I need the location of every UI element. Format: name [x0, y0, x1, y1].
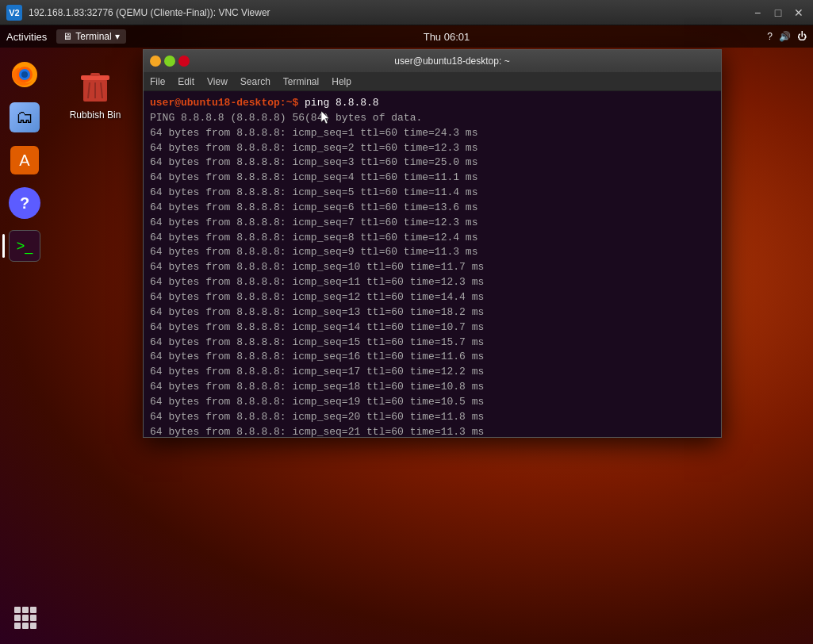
- vnc-title: 192.168.1.83:32776 (QEMU (Cliente-Final)…: [29, 7, 750, 18]
- terminal-close-button[interactable]: [178, 56, 190, 67]
- terminal-window: user@ubuntu18-desktop: ~ File Edit View …: [143, 49, 722, 438]
- dock-item-grid[interactable]: [6, 598, 44, 636]
- terminal-menubar: File Edit View Search Terminal Help: [144, 72, 721, 91]
- rubbish-bin-desktop-icon[interactable]: Rubbish Bin: [63, 65, 127, 121]
- ubuntu-topbar: Activities 🖥 Terminal ▾ Thu 06:01 ? 🔊 ⏻: [0, 25, 813, 48]
- appstore-icon: A: [10, 146, 39, 174]
- terminal-output-line: PING 8.8.8.8 (8.8.8.8) 56(84) bytes of d…: [150, 111, 715, 126]
- ubuntu-dock: 🗂 A ? >_: [0, 48, 49, 644]
- terminal-menu-label: Terminal: [75, 31, 111, 42]
- vnc-logo: V2: [6, 5, 22, 21]
- svg-rect-8: [22, 615, 29, 621]
- terminal-output-line: 64 bytes from 8.8.8.8: icmp_seq=1 ttl=60…: [150, 126, 715, 141]
- dock-item-firefox[interactable]: [6, 56, 44, 94]
- topbar-help-icon[interactable]: ?: [767, 31, 773, 42]
- terminal-prompt-line: user@ubuntu18-desktop:~$ ping 8.8.8.8: [150, 96, 715, 111]
- dock-item-terminal[interactable]: >_: [6, 227, 44, 265]
- vnc-maximize-button[interactable]: □: [770, 5, 786, 21]
- vnc-window: V2 192.168.1.83:32776 (QEMU (Cliente-Fin…: [0, 0, 813, 644]
- topbar-power-icon[interactable]: ⏻: [797, 31, 807, 42]
- rubbish-bin-label: Rubbish Bin: [70, 109, 121, 121]
- terminal-output-line: 64 bytes from 8.8.8.8: icmp_seq=11 ttl=6…: [150, 275, 715, 290]
- vnc-close-button[interactable]: ✕: [791, 5, 807, 21]
- terminal-output-line: 64 bytes from 8.8.8.8: icmp_seq=7 ttl=60…: [150, 216, 715, 231]
- terminal-output-line: 64 bytes from 8.8.8.8: icmp_seq=8 ttl=60…: [150, 231, 715, 246]
- terminal-output-line: 64 bytes from 8.8.8.8: icmp_seq=6 ttl=60…: [150, 201, 715, 216]
- svg-rect-15: [90, 73, 100, 76]
- svg-rect-5: [22, 607, 29, 613]
- terminal-dock-icon: >_: [9, 230, 40, 262]
- dock-item-files[interactable]: 🗂: [6, 98, 44, 136]
- terminal-output-line: 64 bytes from 8.8.8.8: icmp_seq=15 ttl=6…: [150, 335, 715, 351]
- svg-point-3: [21, 71, 28, 78]
- terminal-menu-edit[interactable]: Edit: [178, 76, 194, 87]
- rubbish-bin-icon: [75, 65, 116, 106]
- terminal-content-area[interactable]: user@ubuntu18-desktop:~$ ping 8.8.8.8PIN…: [144, 91, 721, 437]
- firefox-icon: [9, 59, 40, 90]
- svg-rect-12: [30, 623, 36, 629]
- dock-item-appstore[interactable]: A: [6, 141, 44, 179]
- files-icon: 🗂: [10, 102, 40, 132]
- vnc-minimize-button[interactable]: −: [750, 5, 765, 21]
- terminal-menu-icon: 🖥: [63, 31, 72, 42]
- terminal-output-line: 64 bytes from 8.8.8.8: icmp_seq=16 ttl=6…: [150, 350, 715, 365]
- terminal-output-line: 64 bytes from 8.8.8.8: icmp_seq=13 ttl=6…: [150, 305, 715, 320]
- terminal-output-line: 64 bytes from 8.8.8.8: icmp_seq=9 ttl=60…: [150, 245, 715, 260]
- terminal-output-line: 64 bytes from 8.8.8.8: icmp_seq=14 ttl=6…: [150, 320, 715, 335]
- terminal-window-controls: [150, 56, 190, 67]
- app-grid-icon: [9, 601, 40, 633]
- ubuntu-desktop: Activities 🖥 Terminal ▾ Thu 06:01 ? 🔊 ⏻: [0, 25, 813, 644]
- svg-rect-9: [30, 615, 36, 621]
- svg-rect-4: [14, 607, 21, 613]
- svg-rect-11: [22, 623, 29, 629]
- terminal-window-titlebar: user@ubuntu18-desktop: ~: [144, 50, 721, 72]
- terminal-menu-help[interactable]: Help: [332, 76, 351, 87]
- help-icon: ?: [9, 187, 40, 219]
- topbar-volume-icon[interactable]: 🔊: [779, 31, 791, 42]
- svg-rect-6: [30, 607, 36, 613]
- terminal-output-line: 64 bytes from 8.8.8.8: icmp_seq=12 ttl=6…: [150, 290, 715, 305]
- dock-item-help[interactable]: ?: [6, 184, 44, 222]
- topbar-terminal-menu[interactable]: 🖥 Terminal ▾: [56, 29, 125, 44]
- terminal-menu-view[interactable]: View: [207, 76, 228, 87]
- vnc-titlebar: V2 192.168.1.83:32776 (QEMU (Cliente-Fin…: [0, 0, 813, 25]
- terminal-menu-terminal[interactable]: Terminal: [283, 76, 319, 87]
- activities-button[interactable]: Activities: [6, 31, 47, 43]
- svg-rect-10: [14, 623, 21, 629]
- terminal-minimize-button[interactable]: [150, 56, 161, 67]
- terminal-menu-chevron: ▾: [115, 31, 120, 42]
- terminal-output-line: 64 bytes from 8.8.8.8: icmp_seq=20 ttl=6…: [150, 410, 715, 425]
- topbar-clock: Thu 06:01: [126, 31, 768, 43]
- terminal-output-line: 64 bytes from 8.8.8.8: icmp_seq=3 ttl=60…: [150, 155, 715, 171]
- terminal-menu-search[interactable]: Search: [240, 76, 270, 87]
- terminal-output-line: 64 bytes from 8.8.8.8: icmp_seq=18 ttl=6…: [150, 380, 715, 395]
- vnc-window-controls: − □ ✕: [750, 5, 807, 21]
- terminal-window-title: user@ubuntu18-desktop: ~: [190, 56, 715, 67]
- terminal-output-line: 64 bytes from 8.8.8.8: icmp_seq=2 ttl=60…: [150, 141, 715, 156]
- svg-rect-7: [14, 615, 21, 621]
- terminal-output-line: 64 bytes from 8.8.8.8: icmp_seq=21 ttl=6…: [150, 425, 715, 437]
- terminal-maximize-button[interactable]: [164, 56, 175, 67]
- terminal-output-line: 64 bytes from 8.8.8.8: icmp_seq=19 ttl=6…: [150, 395, 715, 410]
- topbar-right-controls: ? 🔊 ⏻: [767, 31, 807, 42]
- terminal-output-line: 64 bytes from 8.8.8.8: icmp_seq=4 ttl=60…: [150, 171, 715, 186]
- terminal-menu-file[interactable]: File: [150, 76, 165, 87]
- terminal-output-line: 64 bytes from 8.8.8.8: icmp_seq=5 ttl=60…: [150, 186, 715, 201]
- terminal-output-line: 64 bytes from 8.8.8.8: icmp_seq=17 ttl=6…: [150, 365, 715, 380]
- terminal-output-line: 64 bytes from 8.8.8.8: icmp_seq=10 ttl=6…: [150, 260, 715, 275]
